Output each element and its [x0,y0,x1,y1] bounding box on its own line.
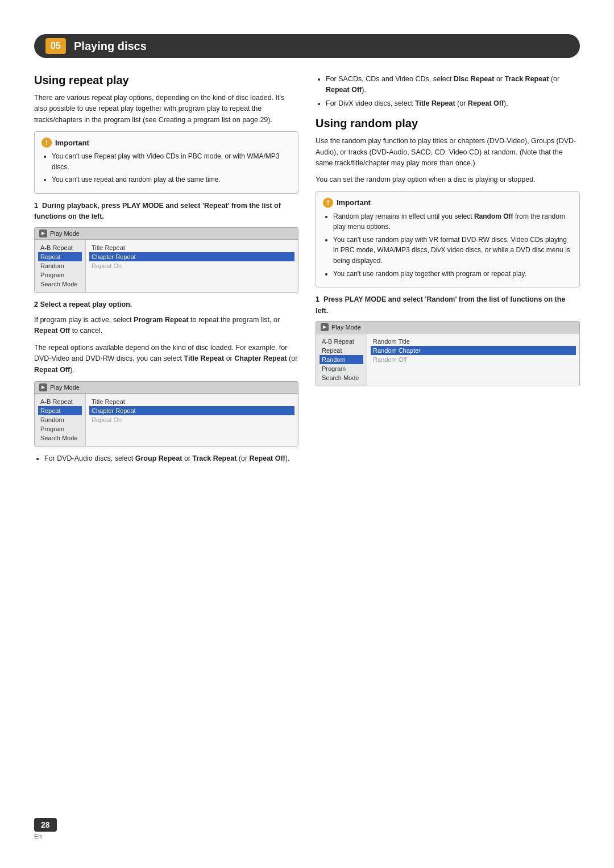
list-item: A-B Repeat [322,337,361,346]
important-label-2: Important [337,198,371,207]
mockup2-title: Play Mode [50,384,80,391]
list-item: Repeat [322,346,361,355]
play-mode-icon-random: ▶ [321,323,329,331]
left-section-title: Using repeat play [34,74,298,87]
list-item: Repeat On [92,415,292,424]
left-bullet-list: For DVD-Audio discs, select Group Repeat… [34,453,298,464]
right-step1: 1 Press PLAY MODE and select 'Random' fr… [316,294,580,316]
chapter-number: 05 [45,38,66,54]
list-item: A-B Repeat [40,243,80,252]
mockup-random-title: Play Mode [331,324,361,331]
ui-mockup-2: ▶ Play Mode A-B Repeat Repeat Random Pro… [34,381,298,446]
mockup1-left: A-B Repeat Repeat Random Program Search … [35,240,86,292]
main-content: Using repeat play There are various repe… [34,74,580,470]
list-item-selected: Repeat [38,406,82,415]
mockup1-titlebar: ▶ Play Mode [35,228,298,240]
right-column: For SACDs, CDs and Video CDs, select Dis… [316,74,580,470]
list-item: Program [40,270,80,279]
mockup1-right: Title Repeat Chapter Repeat Repeat On [86,240,298,292]
mockup2-body: A-B Repeat Repeat Random Program Search … [35,394,298,446]
list-item: Repeat On [92,261,292,270]
mockup2-left: A-B Repeat Repeat Random Program Search … [35,394,86,446]
list-item: You can't use random play together with … [333,269,572,279]
list-item: For DVD-Audio discs, select Group Repeat… [44,453,298,464]
list-item-selected: Chapter Repeat [89,252,294,261]
right-important-box: ! Important Random play remains in effec… [316,191,580,288]
warning-icon-2: ! [323,198,333,208]
list-item: Search Mode [322,373,361,382]
left-column: Using repeat play There are various repe… [34,74,298,470]
mockup-random-titlebar: ▶ Play Mode [316,322,579,333]
list-item: Random Off [373,355,574,364]
warning-icon: ! [42,137,52,148]
left-important-list: You can't use Repeat play with Video CDs… [42,151,291,185]
list-item: You can't use random play with VR format… [333,235,572,266]
list-item: Search Mode [40,279,80,289]
right-section-title: Using random play [316,117,580,130]
right-intro2: You can set the random play option when … [316,174,580,185]
list-item: For SACDs, CDs and Video CDs, select Dis… [326,74,580,96]
list-item: You can't use Repeat play with Video CDs… [52,151,291,172]
list-item: Title Repeat [92,243,292,252]
list-item: You can't use repeat and random play at … [52,174,291,185]
list-item: For DivX video discs, select Title Repea… [326,98,580,109]
page-lang: En [34,833,42,840]
list-item: Search Mode [40,433,80,443]
list-item: Title Repeat [92,397,292,406]
list-item: Program [40,424,80,433]
list-item-selected: Random [320,355,363,364]
header-bar: 05 Playing discs [34,34,580,58]
left-important-header: ! Important [42,137,291,148]
list-item: Program [322,364,361,373]
mockup1-title: Play Mode [50,230,80,237]
left-intro: There are various repeat play options, d… [34,93,298,126]
left-important-box: ! Important You can't use Repeat play wi… [34,131,298,194]
page-footer: 28 En [34,818,57,840]
list-item: Random play remains in effect until you … [333,211,572,232]
list-item: Random Title [373,337,574,346]
mockup-random-body: A-B Repeat Repeat Random Program Search … [316,333,579,386]
play-mode-icon: ▶ [39,229,47,237]
chapter-title: Playing discs [74,40,147,53]
right-important-header: ! Important [323,198,572,208]
mockup-random-left: A-B Repeat Repeat Random Program Search … [316,333,367,386]
right-intro: Use the random play function to play tit… [316,136,580,169]
right-top-bullets: For SACDs, CDs and Video CDs, select Dis… [316,74,580,109]
page-number: 28 [34,818,57,832]
mockup1-body: A-B Repeat Repeat Random Program Search … [35,240,298,292]
play-mode-icon-2: ▶ [39,383,47,391]
mockup2-right: Title Repeat Chapter Repeat Repeat On [86,394,298,446]
list-item: A-B Repeat [40,397,80,406]
important-label: Important [55,139,89,147]
list-item: Random [40,415,80,424]
mockup2-titlebar: ▶ Play Mode [35,382,298,394]
list-item: Random [40,261,80,270]
list-item-selected: Chapter Repeat [89,406,294,415]
list-item-selected: Random Chapter [371,346,576,355]
ui-mockup-random: ▶ Play Mode A-B Repeat Repeat Random Pro… [316,321,580,386]
left-step1: 1 During playback, press PLAY MODE and s… [34,201,298,223]
list-item-selected: Repeat [38,252,82,261]
left-step2-body2: The repeat options available depend on t… [34,343,298,375]
left-step2-body: If program play is active, select Progra… [34,315,298,337]
left-step2-heading: 2 Select a repeat play option. [34,299,298,310]
ui-mockup-1: ▶ Play Mode A-B Repeat Repeat Random Pro… [34,227,298,293]
right-important-list: Random play remains in effect until you … [323,211,572,279]
mockup-random-right: Random Title Random Chapter Random Off [367,333,579,386]
